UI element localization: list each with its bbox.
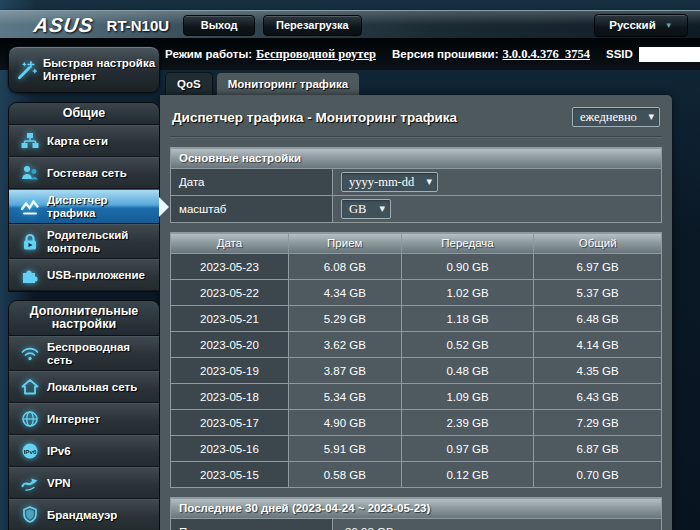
traffic-total: 6.87 GB	[534, 436, 662, 462]
traffic-download: 6.08 GB	[288, 254, 401, 280]
col-download: Прием	[288, 233, 401, 254]
traffic-header-row: Дата Прием Передача Общий	[171, 233, 662, 254]
summary-title: Последние 30 дней (2023-04-24 ~ 2023-05-…	[171, 498, 662, 519]
sidebar-item-wireless[interactable]: Беспроводная сеть	[9, 336, 159, 371]
date-select[interactable]: yyyy-mm-dd	[341, 172, 438, 192]
traffic-total: 0.70 GB	[534, 462, 662, 488]
traffic-upload: 1.09 GB	[401, 384, 534, 410]
traffic-monitor-panel: Диспетчер трафика - Мониторинг трафика е…	[160, 95, 672, 530]
traffic-row: 2023-05-22 4.34 GB 1.02 GB 5.37 GB	[171, 280, 662, 306]
top-bar: ASUS RT-N10U Выход Перезагрузка Русский …	[0, 10, 700, 39]
col-total: Общий	[534, 233, 662, 254]
sidebar-item-vpn[interactable]: VPN	[9, 467, 159, 499]
traffic-date: 2023-05-23	[171, 254, 289, 280]
period-select-wrapper: ежедневно	[572, 107, 660, 127]
traffic-upload: 2.39 GB	[401, 410, 534, 436]
traffic-total: 7.29 GB	[534, 410, 662, 436]
traffic-total: 6.97 GB	[534, 254, 662, 280]
asus-logo: ASUS	[32, 14, 95, 37]
basic-settings-table: Основные настройки Дата yyyy-mm-dd масшт…	[170, 147, 662, 223]
language-label: Русский	[609, 19, 655, 31]
quick-setup-button[interactable]: Быстрая настройкаИнтернет	[8, 46, 160, 93]
traffic-row: 2023-05-17 4.90 GB 2.39 GB 7.29 GB	[171, 410, 662, 436]
traffic-manager-icon	[13, 197, 47, 217]
lan-icon	[13, 377, 47, 397]
traffic-date: 2023-05-15	[171, 462, 289, 488]
sidebar-item-wan[interactable]: Интернет	[9, 403, 159, 435]
summary-download-label: Прием	[171, 519, 333, 530]
traffic-download: 0.58 GB	[288, 462, 401, 488]
traffic-date: 2023-05-18	[171, 384, 289, 410]
traffic-total: 4.35 GB	[534, 358, 662, 384]
traffic-date: 2023-05-17	[171, 410, 289, 436]
traffic-download: 5.29 GB	[288, 306, 401, 332]
tab-qos[interactable]: QoS	[165, 72, 213, 95]
sidebar-item-ipv6[interactable]: IPv6 IPv6	[9, 435, 159, 467]
reboot-button[interactable]: Перезагрузка	[263, 15, 362, 36]
traffic-date: 2023-05-20	[171, 332, 289, 358]
ipv6-icon: IPv6	[13, 441, 47, 461]
sidebar-item-parental-control[interactable]: Родительский контроль	[9, 224, 159, 259]
traffic-download: 4.90 GB	[288, 410, 401, 436]
traffic-total: 6.48 GB	[534, 306, 662, 332]
scale-select-wrapper: GB	[341, 199, 391, 219]
logout-button[interactable]: Выход	[183, 15, 255, 36]
firewall-icon	[13, 505, 47, 525]
nav-group-advanced: Дополнительные настройки Беспроводная се…	[8, 300, 160, 530]
scale-value-cell: GB	[333, 196, 662, 223]
sidebar-item-firewall[interactable]: Брандмауэр	[9, 499, 159, 530]
vpn-icon	[13, 473, 47, 493]
svg-text:IPv6: IPv6	[24, 448, 37, 455]
nav-group-general: Общие Карта сети Гостевая сеть Диспетчер…	[8, 102, 160, 292]
basic-settings-title: Основные настройки	[171, 148, 662, 169]
network-map-icon	[13, 131, 47, 151]
traffic-upload: 0.52 GB	[401, 332, 534, 358]
firmware-label: Версия прошивки:	[392, 48, 498, 60]
scale-select[interactable]: GB	[341, 199, 391, 219]
sidebar-item-guest-network[interactable]: Гостевая сеть	[9, 157, 159, 189]
tab-traffic-monitor[interactable]: Мониторинг трафика	[216, 72, 361, 95]
sidebar-item-network-map[interactable]: Карта сети	[9, 125, 159, 157]
traffic-row: 2023-05-18 5.34 GB 1.09 GB 6.43 GB	[171, 384, 662, 410]
content-area: QoS Мониторинг трафика Диспетчер трафика…	[160, 72, 672, 530]
traffic-row: 2023-05-16 5.91 GB 0.97 GB 6.87 GB	[171, 436, 662, 462]
usb-app-icon	[13, 265, 47, 285]
status-text: Режим работы: Беспроводной роутер Версия…	[165, 47, 700, 62]
sidebar-item-lan[interactable]: Локальная сеть	[9, 371, 159, 403]
wireless-icon	[13, 344, 47, 364]
traffic-total: 6.43 GB	[534, 384, 662, 410]
summary-download-value: 39.93 GB	[333, 519, 662, 530]
traffic-upload: 0.48 GB	[401, 358, 534, 384]
chevron-down-icon: ▼	[665, 21, 673, 30]
traffic-total: 5.37 GB	[534, 280, 662, 306]
traffic-download: 4.34 GB	[288, 280, 401, 306]
traffic-total: 4.14 GB	[534, 332, 662, 358]
mode-link[interactable]: Беспроводной роутер	[256, 47, 376, 62]
traffic-upload: 0.12 GB	[401, 462, 534, 488]
traffic-date: 2023-05-21	[171, 306, 289, 332]
date-label: Дата	[171, 169, 333, 196]
daily-traffic-table: Дата Прием Передача Общий 2023-05-23 6.0…	[170, 232, 662, 488]
firmware-link[interactable]: 3.0.0.4.376_3754	[502, 47, 590, 62]
sidebar: Быстрая настройкаИнтернет Общие Карта се…	[8, 46, 160, 530]
wan-icon	[13, 409, 47, 429]
traffic-row: 2023-05-20 3.62 GB 0.52 GB 4.14 GB	[171, 332, 662, 358]
traffic-row: 2023-05-21 5.29 GB 1.18 GB 6.48 GB	[171, 306, 662, 332]
sidebar-item-traffic-manager[interactable]: Диспетчер трафика	[9, 189, 159, 224]
traffic-row: 2023-05-19 3.87 GB 0.48 GB 4.35 GB	[171, 358, 662, 384]
guest-network-icon	[13, 163, 47, 183]
traffic-upload: 1.02 GB	[401, 280, 534, 306]
traffic-download: 3.62 GB	[288, 332, 401, 358]
language-dropdown[interactable]: Русский ▼	[594, 14, 688, 37]
group-title-advanced: Дополнительные настройки	[9, 301, 159, 336]
scale-label: масштаб	[171, 196, 333, 223]
date-value-cell: yyyy-mm-dd	[333, 169, 662, 196]
period-select[interactable]: ежедневно	[572, 107, 660, 127]
traffic-download: 5.34 GB	[288, 384, 401, 410]
router-model: RT-N10U	[107, 17, 170, 34]
page-title: Диспетчер трафика - Мониторинг трафика	[172, 110, 457, 125]
traffic-upload: 1.18 GB	[401, 306, 534, 332]
traffic-date: 2023-05-16	[171, 436, 289, 462]
sidebar-item-usb-application[interactable]: USB-приложение	[9, 259, 159, 291]
traffic-upload: 0.97 GB	[401, 436, 534, 462]
